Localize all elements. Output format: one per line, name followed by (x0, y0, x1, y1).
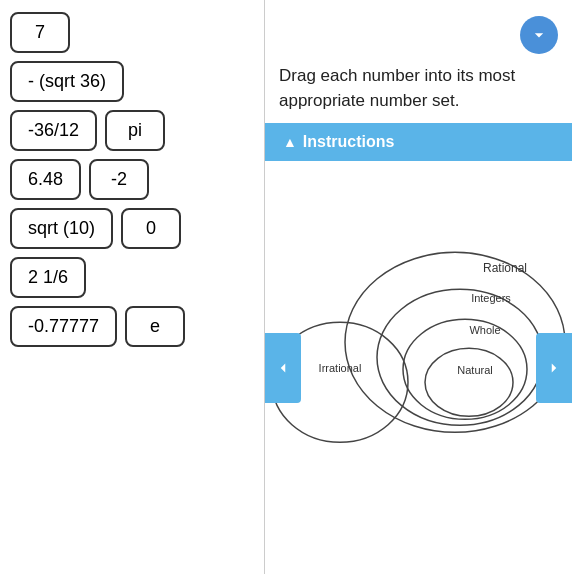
tile-7[interactable]: 7 (10, 12, 70, 53)
tile-row-7: 7 (10, 12, 254, 53)
left-panel: 7 - (sqrt 36) -36/12 pi 6.48 -2 sqrt (10… (0, 0, 265, 574)
left-arrow-icon (274, 359, 292, 377)
right-panel: Drag each number into its most appropria… (265, 0, 572, 574)
instructions-bar-label: Instructions (303, 133, 395, 151)
natural-label: Natural (457, 365, 492, 377)
right-arrow-icon (545, 359, 563, 377)
tile-row-neg077-e: -0.77777 e (10, 306, 254, 347)
prev-arrow-button[interactable] (265, 333, 301, 403)
venn-diagram-area: Rational Integers Whole Natural Irration… (265, 161, 572, 574)
tile-648[interactable]: 6.48 (10, 159, 81, 200)
instructions-text: Drag each number into its most appropria… (279, 64, 558, 113)
tile-sqrt10[interactable]: sqrt (10) (10, 208, 113, 249)
next-arrow-button[interactable] (536, 333, 572, 403)
tile-neg2[interactable]: -2 (89, 159, 149, 200)
tile-neg077777[interactable]: -0.77777 (10, 306, 117, 347)
tile-pi[interactable]: pi (105, 110, 165, 151)
tile-row-sqrt10-0: sqrt (10) 0 (10, 208, 254, 249)
chevron-down-button[interactable] (520, 16, 558, 54)
chevron-down-icon (529, 25, 549, 45)
rational-label: Rational (483, 262, 527, 276)
tile-row-2half: 2 1/6 (10, 257, 254, 298)
tile-row-648-neg2: 6.48 -2 (10, 159, 254, 200)
venn-svg: Rational Integers Whole Natural Irration… (265, 161, 572, 574)
tile-neg36over12[interactable]: -36/12 (10, 110, 97, 151)
tile-e[interactable]: e (125, 306, 185, 347)
instructions-bar[interactable]: ▲ Instructions (265, 123, 572, 161)
natural-set (425, 349, 513, 417)
instructions-header: Drag each number into its most appropria… (265, 0, 572, 123)
whole-label: Whole (469, 325, 500, 337)
tile-row-sqrt36: - (sqrt 36) (10, 61, 254, 102)
integers-label: Integers (471, 293, 511, 305)
rational-set (345, 253, 565, 433)
caret-up-icon: ▲ (283, 134, 297, 150)
irrational-label: Irrational (319, 363, 362, 375)
tile-sqrt36[interactable]: - (sqrt 36) (10, 61, 124, 102)
tile-2half[interactable]: 2 1/6 (10, 257, 86, 298)
tile-row-frac-pi: -36/12 pi (10, 110, 254, 151)
tile-0[interactable]: 0 (121, 208, 181, 249)
